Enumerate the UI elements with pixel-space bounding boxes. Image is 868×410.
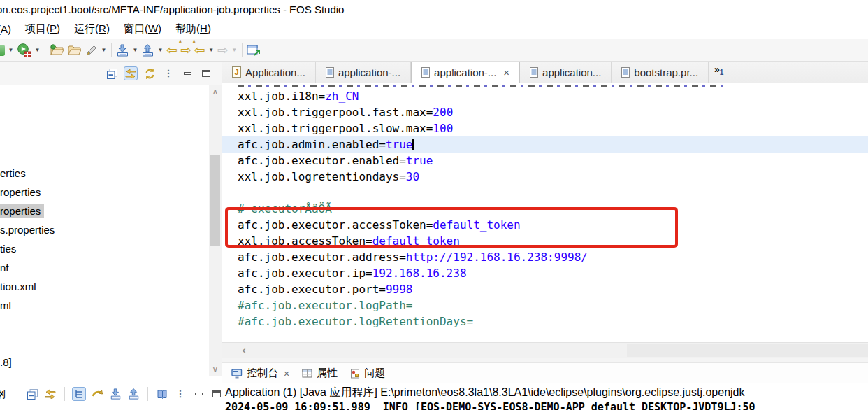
menu-item-run[interactable]: 运行(R) xyxy=(67,20,117,38)
console-process-title: Application (1) [Java 应用程序] E:\primeton\… xyxy=(222,383,868,402)
eos-studio-window: on.eos.project1.boot/src/META-INF/applic… xyxy=(0,0,868,410)
tab-label: Application... xyxy=(245,66,305,78)
export-icon[interactable] xyxy=(140,41,156,59)
panel-sash[interactable] xyxy=(222,358,868,363)
more-tabs-chevron[interactable]: » 1 xyxy=(709,62,723,83)
maximize-icon[interactable] xyxy=(199,66,213,80)
open-folder-new-icon[interactable] xyxy=(48,41,66,59)
pen-icon[interactable] xyxy=(83,41,99,59)
code-line-11[interactable]: afc.job.executor.address=http://192.168.… xyxy=(222,249,868,265)
dropdown-icon[interactable]: ▼ xyxy=(156,41,165,59)
tree-item-label: tion.xml xyxy=(0,279,40,294)
tree-item[interactable]: erties xyxy=(0,164,209,183)
editor-tab-application-properties-2[interactable]: application... xyxy=(520,62,612,83)
tree-item[interactable]: s.properties xyxy=(0,220,209,239)
clipped-toolbar-icon[interactable] xyxy=(0,45,5,56)
tree-item[interactable]: ties xyxy=(0,239,209,258)
sort-icon[interactable] xyxy=(43,387,57,401)
properties-editor[interactable]: xxl.job.i18n=zh_CNxxl.job.triggerpool.fa… xyxy=(222,83,868,342)
code-line-10[interactable]: xxl.job.accessToken=default_token xyxy=(222,233,868,249)
close-icon[interactable]: × xyxy=(503,66,509,78)
close-icon[interactable]: × xyxy=(284,368,289,379)
tree-item[interactable]: .8] xyxy=(0,353,209,372)
tab-console[interactable]: 控制台 × xyxy=(225,363,296,383)
menu-label: ) xyxy=(57,22,60,34)
code-line-15[interactable]: #afc.job.executor.logRetentionDays= xyxy=(222,313,868,330)
sync-icon[interactable] xyxy=(143,66,157,80)
explorer-scrollbar[interactable]: ∧ ∨ xyxy=(209,85,222,376)
open-folder-icon[interactable] xyxy=(66,41,83,59)
menu-item-help[interactable]: 帮助(H) xyxy=(168,20,218,38)
import-icon[interactable] xyxy=(115,41,131,59)
editor-hscrollbar[interactable]: ‹ xyxy=(222,342,868,358)
tree-item-label: roperties xyxy=(0,185,44,199)
code-line-3[interactable]: xxl.job.triggerpool.slow.max=100 xyxy=(222,120,868,136)
export-tray-icon[interactable] xyxy=(126,387,140,401)
menu-item-a[interactable]: (A) xyxy=(0,21,18,37)
dropdown-icon[interactable]: ▼ xyxy=(207,41,216,59)
scroll-left-icon[interactable]: ‹ xyxy=(242,344,246,357)
collapse-all-icon[interactable] xyxy=(25,387,39,401)
tree-item[interactable]: ml xyxy=(0,296,209,315)
view-menu-icon[interactable]: ⋮ xyxy=(173,387,187,401)
editor-tab-application-properties-1[interactable]: application-... xyxy=(316,62,411,83)
maximize-icon[interactable] xyxy=(210,387,224,401)
editor-tab-application-properties-active[interactable]: application-... × xyxy=(411,62,520,83)
back-annotated-icon[interactable]: ⇦* xyxy=(165,41,179,59)
console-icon xyxy=(231,369,243,379)
link-with-editor-icon[interactable] xyxy=(124,66,138,80)
code-line-6[interactable]: xxl.job.logretentiondays=30 xyxy=(222,169,868,185)
code-line-4[interactable]: afc.job.admin.enabled=true xyxy=(222,136,868,153)
view-menu-icon[interactable]: ⋮ xyxy=(161,66,175,80)
forward-disabled-icon[interactable]: ⇨ xyxy=(216,41,230,59)
import-tray-icon[interactable] xyxy=(108,387,122,401)
scroll-down-icon[interactable]: ∨ xyxy=(209,365,222,374)
menu-item-project[interactable]: 项目(P) xyxy=(18,20,67,38)
tree-item-selected[interactable]: roperties xyxy=(0,202,209,220)
code-line-7[interactable] xyxy=(222,185,868,201)
scroll-up-icon[interactable]: ∧ xyxy=(209,87,222,96)
tree-mode-icon[interactable] xyxy=(72,387,86,401)
java-file-icon: J xyxy=(232,66,241,78)
open-editor-window-icon[interactable] xyxy=(245,41,262,59)
run-icon[interactable] xyxy=(15,41,33,59)
code-lines: xxl.job.i18n=zh_CNxxl.job.triggerpool.fa… xyxy=(222,88,868,330)
code-line-1[interactable]: xxl.job.i18n=zh_CN xyxy=(222,88,868,104)
dropdown-icon[interactable]: ▼ xyxy=(6,41,15,59)
tree-item[interactable]: nf xyxy=(0,258,209,277)
tab-properties-view[interactable]: 属性 xyxy=(296,363,344,383)
code-line-8[interactable]: # executorÅäÖÃ xyxy=(222,201,868,217)
menu-item-window[interactable]: 窗口(W) xyxy=(117,20,168,38)
tree-item[interactable]: tion.xml xyxy=(0,277,209,296)
menu-mnemonic: R xyxy=(99,22,106,34)
editor-tab-application-java[interactable]: J Application... xyxy=(222,62,316,83)
dropdown-icon[interactable]: ▼ xyxy=(33,41,42,59)
tree-item[interactable]: roperties xyxy=(0,183,209,202)
tab-problems[interactable]: 问题 xyxy=(344,363,391,383)
menu-mnemonic: P xyxy=(50,22,57,34)
focus-icon[interactable] xyxy=(90,387,104,401)
code-line-5[interactable]: afc.job.executor.enabled=true xyxy=(222,153,868,169)
editor-tab-bootstrap-properties[interactable]: bootstrap.pr... xyxy=(612,62,709,83)
code-line-9[interactable]: afc.job.executor.accessToken=default_tok… xyxy=(222,217,868,233)
hscrollbar-thumb[interactable] xyxy=(627,344,868,357)
scrollbar-thumb[interactable] xyxy=(210,155,220,246)
code-line-12[interactable]: afc.job.executor.ip=192.168.16.238 xyxy=(222,265,868,281)
tab-label: application-... xyxy=(434,66,496,78)
dropdown-icon[interactable]: ▼ xyxy=(99,41,108,59)
menu-bar: (A) 项目(P) 运行(R) 窗口(W) 帮助(H) xyxy=(0,18,868,39)
minimize-icon[interactable] xyxy=(191,387,205,401)
code-segment-value: true xyxy=(386,138,413,151)
forward-annotated-icon[interactable]: ⇨* xyxy=(179,41,193,59)
book-icon[interactable] xyxy=(155,387,169,401)
code-line-2[interactable]: xxl.job.triggerpool.fast.max=200 xyxy=(222,104,868,120)
code-line-14[interactable]: #afc.job.executor.logPath= xyxy=(222,297,868,313)
dropdown-icon[interactable]: ▼ xyxy=(131,41,140,59)
minimize-icon[interactable] xyxy=(180,66,194,80)
collapse-all-icon[interactable] xyxy=(105,66,119,80)
tab-label: 属性 xyxy=(317,367,338,380)
code-segment-comment: #afc.job.executor.logPath= xyxy=(238,299,412,312)
code-line-13[interactable]: afc.job.executor.port=9998 xyxy=(222,281,868,297)
editor-area: J Application... application-... applica… xyxy=(222,62,868,410)
code-segment-value: 200 xyxy=(433,106,453,119)
